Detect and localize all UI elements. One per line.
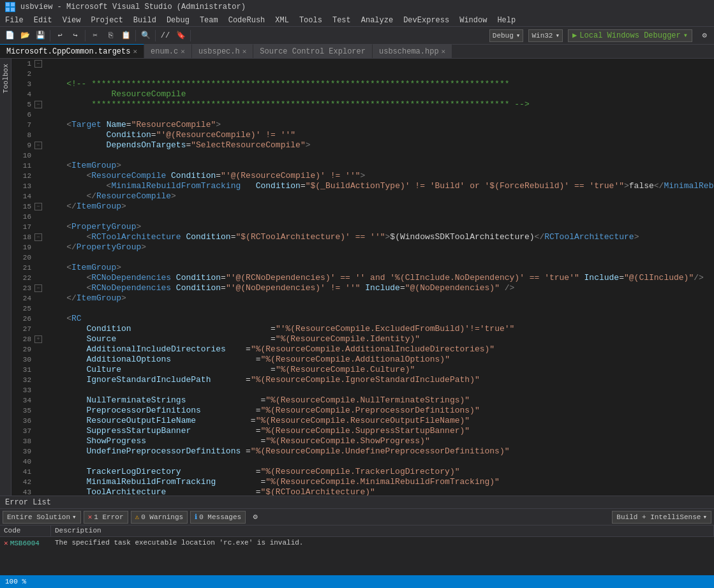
line-number: 29 xyxy=(11,344,34,355)
code-line: Condition="'@(ResourceCompile)' != ''" xyxy=(44,130,714,140)
tab-usbschema-hpp[interactable]: usbschema.hpp ✕ xyxy=(373,44,452,58)
collapse-marker[interactable]: − xyxy=(34,101,42,108)
code-area[interactable]: 1234567891011121314151617181920212223242… xyxy=(11,59,714,496)
svg-rect-0 xyxy=(6,3,10,6)
error-row[interactable]: ✕MSB6004The specified task executable lo… xyxy=(0,537,714,548)
error-table-header: Code Description xyxy=(0,526,714,537)
line-number: 21 xyxy=(11,263,34,273)
line-number: 43 xyxy=(11,487,34,496)
collapse-marker[interactable]: − xyxy=(34,142,42,149)
collapse-marker[interactable]: + xyxy=(34,335,42,343)
menu-debug[interactable]: Debug xyxy=(161,15,195,26)
menu-team[interactable]: Team xyxy=(195,15,223,26)
menu-file[interactable]: File xyxy=(0,15,29,26)
menu-tools[interactable]: Tools xyxy=(294,15,327,26)
toolbar-new[interactable]: 📄 xyxy=(3,29,17,43)
tab-close-usbschema-hpp[interactable]: ✕ xyxy=(442,47,446,55)
toolbar-cut[interactable]: ✂ xyxy=(88,29,102,43)
toolbar-find[interactable]: 🔍 xyxy=(138,29,152,43)
toolbox-sidebar[interactable]: Toolbox xyxy=(0,59,11,496)
toolbar-open[interactable]: 📂 xyxy=(18,29,32,43)
code-line xyxy=(44,110,714,120)
message-count-btn[interactable]: ℹ 0 Messages xyxy=(190,511,246,524)
tab-source-control[interactable]: Source Control Explorer xyxy=(253,44,373,58)
collapse-marker[interactable]: − xyxy=(34,233,42,241)
code-line: TrackerLogDirectory ="%(ResourceCompile.… xyxy=(44,467,714,477)
code-line: <ResourceCompile Condition="'@(ResourceC… xyxy=(44,171,714,181)
code-line: DependsOnTargets="SelectResourceCompile"… xyxy=(44,140,714,151)
code-line: PreprocessorDefinitions ="%(ResourceComp… xyxy=(44,406,714,416)
error-icon: ✕ xyxy=(88,513,93,521)
line-number: 1 xyxy=(11,59,34,69)
line-number: 20 xyxy=(11,253,34,263)
solution-filter-dropdown[interactable]: Entire Solution ▾ xyxy=(3,511,81,524)
toolbar-sep-2 xyxy=(85,30,86,41)
toolbar-bookmark[interactable]: 🔖 xyxy=(174,29,188,43)
warning-count-btn[interactable]: ⚠ 0 Warnings xyxy=(131,511,188,524)
run-button[interactable]: ▶ Local Windows Debugger ▾ xyxy=(568,29,692,42)
code-line: Culture ="%(ResourceCompile.Culture)" xyxy=(44,365,714,375)
code-line: <ItemGroup> xyxy=(44,161,714,171)
code-line: UndefinePreprocessorDefinitions ="%(Reso… xyxy=(44,446,714,457)
line-number: 14 xyxy=(11,191,34,202)
menu-build[interactable]: Build xyxy=(128,15,161,26)
code-line: <RCNoDependencies Condition="'@(NoDepend… xyxy=(44,283,714,293)
toolbar-save[interactable]: 💾 xyxy=(33,29,47,43)
menu-help[interactable]: Help xyxy=(492,15,521,26)
toolbar-sep-4 xyxy=(155,30,156,41)
menu-test[interactable]: Test xyxy=(327,15,356,26)
error-list-settings[interactable]: ⚙ xyxy=(248,510,262,524)
code-line: <PropertyGroup> xyxy=(44,222,714,232)
menu-project[interactable]: Project xyxy=(86,15,128,26)
toolbar-comment[interactable]: // xyxy=(158,29,172,43)
line-number: 24 xyxy=(11,293,34,304)
menu-view[interactable]: View xyxy=(57,15,86,26)
menu-window[interactable]: Window xyxy=(454,15,492,26)
toolbar-paste[interactable]: 📋 xyxy=(119,29,133,43)
code-line: ResourceCompile xyxy=(44,89,714,99)
line-number: 32 xyxy=(11,375,34,385)
col-header-code: Code xyxy=(0,526,51,536)
toolbar-sep-1 xyxy=(50,30,50,41)
tab-microsoft-cpp-common[interactable]: Microsoft.CppCommon.targets ✕ xyxy=(0,44,144,58)
tab-close-microsoft-cpp-common[interactable]: ✕ xyxy=(133,47,137,55)
code-line xyxy=(44,385,714,395)
tab-close-usbspec-h[interactable]: ✕ xyxy=(242,47,247,55)
error-description: The specified task executable location '… xyxy=(51,538,714,548)
tab-label: Microsoft.CppCommon.targets xyxy=(6,47,130,56)
tab-close-enum-c[interactable]: ✕ xyxy=(181,47,185,55)
collapse-marker[interactable]: − xyxy=(34,203,42,210)
line-number: 17 xyxy=(11,222,34,232)
platform-dropdown[interactable]: Win32 ▾ xyxy=(528,29,563,42)
build-filter-dropdown[interactable]: Build + IntelliSense ▾ xyxy=(612,511,711,524)
error-count-btn[interactable]: ✕ 1 Error xyxy=(84,511,128,524)
collapse-marker[interactable]: − xyxy=(34,284,42,292)
code-line: AdditionalOptions ="%(ResourceCompile.Ad… xyxy=(44,355,714,365)
code-line xyxy=(44,151,714,161)
toolbar-undo[interactable]: ↩ xyxy=(53,29,67,43)
collapse-marker[interactable]: − xyxy=(34,60,42,68)
code-line: ResourceOutputFileName ="%(ResourceCompi… xyxy=(44,416,714,426)
svg-rect-3 xyxy=(11,8,15,11)
toolbar-extra[interactable]: ⚙ xyxy=(697,29,711,43)
tab-label: usbschema.hpp xyxy=(379,47,439,56)
window-title: usbview - Microsoft Visual Studio (Admin… xyxy=(20,3,246,11)
statusbar: 100 % xyxy=(0,575,714,588)
debug-config-dropdown[interactable]: Debug ▾ xyxy=(489,29,524,42)
toolbar-redo[interactable]: ↪ xyxy=(68,29,82,43)
toolbar-copy[interactable]: ⎘ xyxy=(103,29,117,43)
menu-edit[interactable]: Edit xyxy=(29,15,57,26)
line-number: 38 xyxy=(11,436,34,446)
titlebar: usbview - Microsoft Visual Studio (Admin… xyxy=(0,0,714,14)
menu-devexpress[interactable]: DevExpress xyxy=(398,15,454,26)
zoom-level: 100 % xyxy=(5,578,26,585)
menu-analyze[interactable]: Analyze xyxy=(356,15,398,26)
error-code-link[interactable]: MSB6004 xyxy=(10,540,40,547)
code-line xyxy=(44,457,714,467)
menu-xml[interactable]: XML xyxy=(270,15,294,26)
menu-coderush[interactable]: CodeRush xyxy=(223,15,271,26)
tab-enum-c[interactable]: enum.c ✕ xyxy=(144,44,192,58)
tab-usbspec-h[interactable]: usbspec.h ✕ xyxy=(192,44,253,58)
tab-label: Source Control Explorer xyxy=(260,47,366,56)
code-line: SuppressStartupBanner ="%(ResourceCompil… xyxy=(44,426,714,436)
